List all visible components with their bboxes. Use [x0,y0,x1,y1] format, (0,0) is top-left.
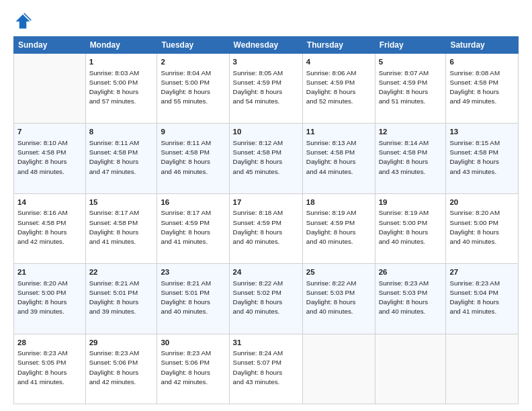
day-info-line: Sunset: 5:01 PM [89,288,154,298]
calendar-cell: 11Sunrise: 8:13 AMSunset: 4:58 PMDayligh… [302,124,375,193]
calendar-cell: 22Sunrise: 8:21 AMSunset: 5:01 PMDayligh… [85,264,157,334]
day-info-line: Sunset: 4:59 PM [379,78,443,87]
day-info-line: Sunrise: 8:23 AM [17,349,82,358]
day-info-line: Sunset: 4:59 PM [233,78,299,87]
day-info-line: Sunrise: 8:04 AM [161,68,225,78]
day-info-line: and 39 minutes. [89,307,154,316]
day-info-line: and 42 minutes. [17,237,82,246]
calendar-cell: 7Sunrise: 8:10 AMSunset: 4:58 PMDaylight… [14,124,86,193]
calendar-cell [446,334,519,404]
calendar-cell: 28Sunrise: 8:23 AMSunset: 5:05 PMDayligh… [14,334,86,404]
day-number: 25 [306,267,371,278]
day-info-line: Sunrise: 8:07 AM [379,68,443,78]
day-info-line: Daylight: 8 hours [379,228,443,237]
day-info-line: Daylight: 8 hours [379,298,443,307]
header-sunday: Sunday [14,37,86,54]
day-info-line: and 54 minutes. [233,97,299,106]
day-info-line: Sunrise: 8:22 AM [306,279,371,288]
day-info-line: Daylight: 8 hours [449,87,515,97]
day-info-line: Daylight: 8 hours [161,157,225,167]
day-number: 3 [233,56,299,68]
day-info-line: Sunrise: 8:15 AM [449,138,515,148]
day-number: 19 [379,197,443,208]
day-number: 28 [17,337,82,349]
day-info-line: Sunset: 5:04 PM [449,288,515,298]
day-info-line: and 43 minutes. [449,167,515,177]
day-info-line: Daylight: 8 hours [161,228,225,237]
day-info-line: Sunset: 5:06 PM [161,358,225,367]
day-info-line: Sunset: 5:03 PM [306,288,371,298]
day-info-line: Daylight: 8 hours [89,368,154,377]
header-saturday: Saturday [446,37,519,54]
page: Sunday Monday Tuesday Wednesday Thursday… [0,0,532,411]
day-info-line: Sunset: 4:58 PM [89,218,154,228]
day-info-line: Sunrise: 8:20 AM [17,279,82,288]
header-thursday: Thursday [302,37,375,54]
day-info-line: Daylight: 8 hours [449,157,515,167]
calendar-cell: 16Sunrise: 8:17 AMSunset: 4:59 PMDayligh… [157,193,229,263]
day-number: 30 [161,337,225,349]
calendar-cell: 14Sunrise: 8:16 AMSunset: 4:58 PMDayligh… [14,193,86,263]
day-info-line: Sunrise: 8:23 AM [379,279,443,288]
day-number: 7 [17,126,82,138]
day-info-line: and 44 minutes. [306,167,371,177]
day-info-line: Sunrise: 8:10 AM [17,138,82,148]
day-info-line: Sunrise: 8:12 AM [233,138,299,148]
day-info-line: Daylight: 8 hours [449,298,515,307]
logo-icon [13,12,32,31]
calendar-week-4: 21Sunrise: 8:20 AMSunset: 5:00 PMDayligh… [14,264,519,334]
day-info-line: and 43 minutes. [379,167,443,177]
day-number: 4 [306,56,371,68]
day-info-line: Sunrise: 8:11 AM [89,138,154,148]
day-info-line: and 40 minutes. [233,237,299,246]
day-number: 1 [89,56,154,68]
calendar-cell [375,334,446,404]
day-info-line: Daylight: 8 hours [233,228,299,237]
day-info-line: Sunset: 4:58 PM [17,148,82,157]
calendar-week-5: 28Sunrise: 8:23 AMSunset: 5:05 PMDayligh… [14,334,519,404]
day-number: 11 [306,126,371,138]
day-info-line: Daylight: 8 hours [449,228,515,237]
day-info-line: Sunrise: 8:14 AM [379,138,443,148]
day-info-line: and 40 minutes. [306,307,371,316]
day-number: 20 [449,197,515,208]
day-info-line: Sunrise: 8:19 AM [306,208,371,218]
calendar-cell: 4Sunrise: 8:06 AMSunset: 4:59 PMDaylight… [302,54,375,124]
day-info-line: Sunset: 4:58 PM [449,78,515,87]
day-info-line: Sunrise: 8:24 AM [233,349,299,358]
day-number: 9 [161,126,225,138]
calendar-cell: 23Sunrise: 8:21 AMSunset: 5:01 PMDayligh… [157,264,229,334]
day-number: 12 [379,126,443,138]
day-info-line: and 55 minutes. [161,97,225,106]
day-info-line: Daylight: 8 hours [89,298,154,307]
day-info-line: Sunrise: 8:23 AM [89,349,154,358]
day-number: 29 [89,337,154,349]
day-info-line: Sunset: 5:00 PM [17,288,82,298]
day-info-line: Sunrise: 8:22 AM [233,279,299,288]
day-info-line: Sunset: 4:58 PM [379,148,443,157]
day-info-line: Sunset: 4:58 PM [17,218,82,228]
day-info-line: Daylight: 8 hours [233,368,299,377]
day-info-line: and 42 minutes. [161,377,225,387]
day-info-line: Sunrise: 8:20 AM [449,208,515,218]
day-number: 10 [233,126,299,138]
day-info-line: and 40 minutes. [306,237,371,246]
day-info-line: Sunrise: 8:16 AM [17,208,82,218]
day-info-line: Sunrise: 8:06 AM [306,68,371,78]
day-info-line: Sunrise: 8:18 AM [233,208,299,218]
day-info-line: Sunset: 4:59 PM [306,218,371,228]
day-number: 17 [233,197,299,208]
day-info-line: Daylight: 8 hours [379,157,443,167]
calendar-cell: 20Sunrise: 8:20 AMSunset: 5:00 PMDayligh… [446,193,519,263]
day-number: 27 [449,267,515,278]
day-number: 14 [17,197,82,208]
day-info-line: Daylight: 8 hours [17,368,82,377]
header-wednesday: Wednesday [229,37,302,54]
day-info-line: Sunrise: 8:17 AM [161,208,225,218]
calendar-cell: 8Sunrise: 8:11 AMSunset: 4:58 PMDaylight… [85,124,157,193]
calendar-cell: 25Sunrise: 8:22 AMSunset: 5:03 PMDayligh… [302,264,375,334]
calendar-body: 1Sunrise: 8:03 AMSunset: 5:00 PMDaylight… [14,54,519,404]
calendar-cell: 3Sunrise: 8:05 AMSunset: 4:59 PMDaylight… [229,54,302,124]
calendar-cell: 26Sunrise: 8:23 AMSunset: 5:03 PMDayligh… [375,264,446,334]
day-info-line: Sunset: 4:58 PM [233,148,299,157]
